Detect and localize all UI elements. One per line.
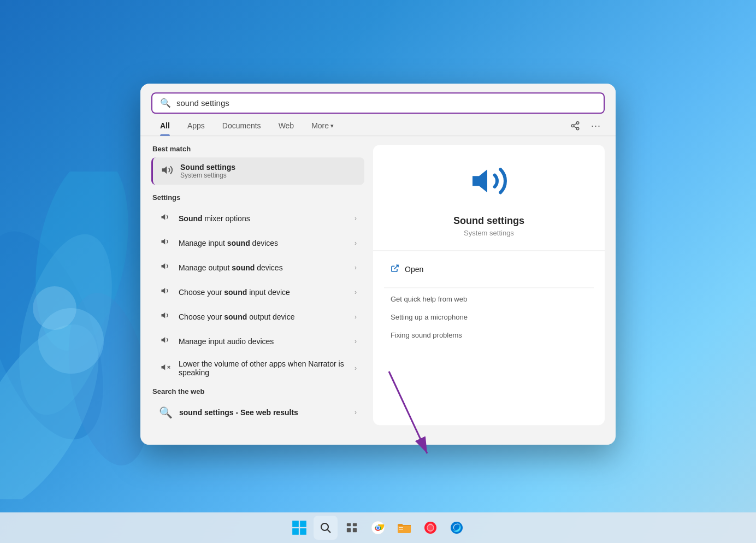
manage-input-icon: [159, 237, 172, 249]
svg-marker-15: [162, 263, 166, 269]
svg-rect-41: [399, 527, 403, 528]
settings-item-sound-mixer[interactable]: Sound mixer options ›: [151, 206, 364, 231]
svg-marker-12: [162, 166, 167, 173]
search-input[interactable]: [176, 98, 596, 108]
svg-rect-32: [347, 523, 351, 527]
svg-rect-28: [292, 528, 299, 535]
svg-marker-13: [162, 214, 166, 220]
svg-line-23: [394, 265, 398, 269]
tab-web[interactable]: Web: [270, 116, 303, 135]
opera-icon: [423, 521, 438, 535]
svg-rect-27: [300, 521, 306, 527]
tab-actions: ···: [566, 117, 605, 134]
share-icon: [570, 121, 580, 131]
right-panel-title: Sound settings: [453, 215, 524, 227]
svg-rect-29: [300, 528, 306, 535]
search-popup: 🔍 All Apps Documents Web More ▾ ···: [140, 84, 616, 445]
svg-point-8: [571, 125, 574, 127]
lower-volume-icon: [159, 362, 172, 375]
settings-item-manage-output[interactable]: Manage output sound devices ›: [151, 255, 364, 280]
task-view-button[interactable]: [340, 516, 364, 540]
settings-item-choose-output[interactable]: Choose your sound output device ›: [151, 304, 364, 329]
svg-marker-17: [162, 312, 166, 318]
svg-point-45: [427, 524, 434, 531]
chevron-icon-2: ›: [355, 239, 357, 247]
chrome-icon: [371, 521, 385, 535]
best-match-title: Sound settings: [180, 163, 235, 172]
file-explorer-button[interactable]: [392, 516, 416, 540]
svg-point-9: [576, 127, 579, 130]
chevron-down-icon: ▾: [330, 122, 334, 129]
tab-apps[interactable]: Apps: [179, 116, 214, 135]
manage-audio-label: Manage input audio devices: [179, 337, 274, 346]
sound-settings-icon: [161, 164, 174, 179]
manage-output-icon: [159, 261, 172, 274]
svg-marker-19: [162, 364, 166, 370]
web-search-icon: 🔍: [159, 406, 173, 419]
svg-point-6: [33, 286, 76, 330]
chevron-icon-5: ›: [355, 313, 357, 321]
ellipsis-icon: ···: [591, 120, 601, 132]
settings-label: Settings: [151, 193, 364, 202]
svg-marker-14: [162, 239, 166, 245]
tab-all[interactable]: All: [151, 116, 179, 135]
choose-output-icon: [159, 310, 172, 323]
manage-input-label: Manage input sound devices: [179, 239, 278, 247]
svg-point-7: [576, 122, 579, 125]
main-content: Best match Sound settings System setting…: [140, 136, 616, 434]
svg-rect-33: [353, 523, 357, 527]
svg-marker-18: [162, 337, 166, 343]
best-match-item[interactable]: Sound settings System settings: [151, 157, 364, 185]
search-input-wrapper[interactable]: 🔍: [151, 92, 605, 114]
setting-up-microphone-link[interactable]: Setting up a microphone: [384, 308, 594, 326]
svg-rect-34: [347, 528, 351, 532]
share-button[interactable]: [566, 117, 584, 134]
open-action[interactable]: Open: [384, 258, 594, 280]
open-label: Open: [405, 265, 423, 274]
chevron-icon-web: ›: [355, 409, 357, 416]
chevron-icon-6: ›: [355, 338, 357, 345]
settings-item-manage-input[interactable]: Manage input sound devices ›: [151, 231, 364, 255]
sound-settings-large-icon: [469, 161, 509, 208]
choose-input-label: Choose your sound input device: [179, 288, 290, 297]
chevron-icon-7: ›: [355, 364, 357, 372]
tab-documents[interactable]: Documents: [214, 116, 270, 135]
start-button[interactable]: [287, 516, 311, 540]
more-options-button[interactable]: ···: [587, 117, 605, 134]
search-web-label: Search the web: [151, 387, 364, 396]
edge-button[interactable]: [445, 516, 469, 540]
svg-point-30: [321, 523, 328, 530]
search-icon: 🔍: [160, 98, 171, 108]
settings-item-choose-input[interactable]: Choose your sound input device ›: [151, 280, 364, 304]
svg-marker-16: [162, 288, 166, 294]
settings-item-lower-volume[interactable]: Lower the volume of other apps when Narr…: [151, 353, 364, 383]
sound-mixer-label: Sound mixer options: [179, 214, 250, 223]
svg-line-31: [328, 530, 331, 533]
file-explorer-icon: [397, 521, 411, 534]
search-taskbar-button[interactable]: [314, 516, 338, 540]
best-match-subtitle: System settings: [180, 172, 235, 179]
task-view-icon: [346, 522, 358, 534]
open-icon: [391, 264, 399, 274]
web-search-text: sound settings - See web results: [179, 408, 298, 417]
windows-logo-icon: [292, 520, 307, 535]
svg-point-46: [451, 522, 463, 534]
left-panel: Best match Sound settings System setting…: [151, 145, 364, 425]
settings-item-manage-audio[interactable]: Manage input audio devices ›: [151, 329, 364, 353]
tabs-row: All Apps Documents Web More ▾ ···: [140, 116, 616, 136]
lower-volume-label: Lower the volume of other apps when Narr…: [179, 359, 348, 377]
right-panel: Sound settings System settings Open: [373, 145, 605, 425]
opera-button[interactable]: [418, 516, 442, 540]
fixing-sound-problems-link[interactable]: Fixing sound problems: [384, 326, 594, 344]
help-section: Get quick help from web Setting up a mic…: [373, 288, 605, 350]
web-search-item[interactable]: 🔍 sound settings - See web results ›: [151, 400, 364, 425]
right-panel-subtitle: System settings: [464, 229, 514, 237]
chrome-button[interactable]: [366, 516, 390, 540]
chevron-icon-4: ›: [355, 288, 357, 296]
right-panel-actions: Open: [373, 251, 605, 287]
svg-rect-26: [292, 521, 299, 527]
tab-more[interactable]: More ▾: [303, 116, 342, 135]
settings-section: Settings Sound mixer options ›: [151, 193, 364, 383]
get-quick-help-label[interactable]: Get quick help from web: [384, 290, 594, 308]
manage-output-label: Manage output sound devices: [179, 263, 283, 272]
